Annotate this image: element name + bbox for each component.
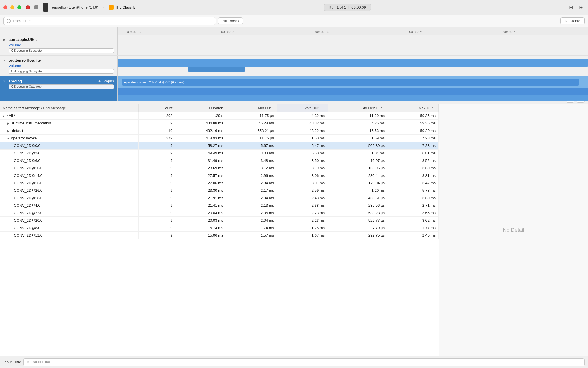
row-min-dur: 1.57 ms: [226, 232, 277, 239]
row-duration: 27.57 ms: [175, 172, 226, 179]
row-std-dev: 1.69 ms: [328, 135, 388, 142]
cursor-line-tf: [264, 56, 264, 76]
table-row[interactable]: CONV_2D@8/0 9 15.74 ms 1.74 ms 1.75 ms 7…: [0, 224, 439, 232]
col-header-min-dur[interactable]: Min Dur...: [226, 104, 277, 112]
row-max-dur: 2.71 ms: [388, 202, 439, 209]
col-header-std-dev[interactable]: Std Dev Dur...: [328, 104, 388, 112]
row-avg-dur: 2.38 ms: [277, 202, 328, 209]
intervals-table-area[interactable]: Name / Start Message / End Message Count…: [0, 104, 439, 356]
track-tensorflow-expand[interactable]: ▾: [3, 59, 7, 62]
row-std-dev: 463.61 µs: [328, 194, 388, 202]
row-std-dev: 292.75 µs: [328, 232, 388, 239]
row-count: 9: [138, 172, 175, 179]
record-button[interactable]: [26, 5, 30, 9]
table-row[interactable]: ▶ default 10 432.16 ms 558.21 µs 43.22 m…: [0, 127, 439, 135]
track-tracing-expand[interactable]: ▾: [3, 79, 7, 83]
device-name: Tensorflow Lite iPhone (14.6): [50, 5, 98, 9]
close-button[interactable]: [3, 5, 7, 9]
track-tensorflow-volume: Volume: [9, 64, 114, 68]
layout-button[interactable]: ⊟: [568, 3, 575, 12]
row-min-dur: 3.12 ms: [226, 164, 277, 172]
table-row[interactable]: CONV_2D@12/0 9 15.06 ms 1.57 ms 1.67 ms …: [0, 232, 439, 239]
row-count: 9: [138, 179, 175, 187]
row-name: CONV_2D@0/0: [14, 143, 40, 148]
track-filter-input[interactable]: Track Filter: [3, 17, 216, 25]
track-uikit-expand[interactable]: ▶: [3, 38, 7, 41]
row-max-dur: 59.20 ms: [388, 127, 439, 135]
row-std-dev: 533.28 µs: [328, 209, 388, 217]
table-row[interactable]: CONV_2D@2/0 9 49.49 ms 3.03 ms 5.50 ms 1…: [0, 150, 439, 157]
col-header-avg-dur[interactable]: Avg Dur... ▾: [277, 104, 328, 112]
titlebar: Tensorflow Lite iPhone (14.6) › TFL Clas…: [0, 0, 588, 15]
row-duration: 27.06 ms: [175, 179, 226, 187]
row-avg-dur: 1.75 ms: [277, 224, 328, 232]
row-name: CONV_2D@18/0: [14, 196, 42, 200]
row-name: CONV_2D@4/0: [14, 203, 40, 208]
row-min-dur: 3.03 ms: [226, 150, 277, 157]
row-std-dev: 4.25 ms: [328, 120, 388, 127]
row-avg-dur: 6.47 ms: [277, 142, 328, 150]
row-max-dur: 1.77 ms: [388, 224, 439, 232]
row-min-dur: 2.17 ms: [226, 187, 277, 194]
maximize-button[interactable]: [17, 5, 21, 9]
row-expand-icon[interactable]: ▶: [7, 122, 10, 125]
table-row[interactable]: CONV_2D@18/0 9 21.91 ms 2.04 ms 2.43 ms …: [0, 194, 439, 202]
row-avg-dur: 43.22 ms: [277, 127, 328, 135]
col-header-name[interactable]: Name / Start Message / End Message: [0, 104, 138, 112]
row-duration: 21.41 ms: [175, 202, 226, 209]
table-row[interactable]: CONV_2D@16/0 9 27.06 ms 2.84 ms 3.01 ms …: [0, 179, 439, 187]
table-row[interactable]: CONV_2D@4/0 9 21.41 ms 2.13 ms 2.38 ms 2…: [0, 202, 439, 209]
row-duration: 20.04 ms: [175, 209, 226, 217]
row-avg-dur: 3.06 ms: [277, 172, 328, 179]
col-header-count[interactable]: Count: [138, 104, 175, 112]
row-max-dur: 3.65 ms: [388, 209, 439, 217]
table-row[interactable]: CONV_2D@20/0 9 20.03 ms 2.04 ms 2.23 ms …: [0, 217, 439, 224]
table-row[interactable]: CONV_2D@22/0 9 20.04 ms 2.05 ms 2.23 ms …: [0, 209, 439, 217]
no-detail-label: No Detail: [503, 227, 524, 233]
ruler-tick-4: 00:08.140: [409, 30, 423, 34]
row-min-dur: 2.13 ms: [226, 202, 277, 209]
table-row[interactable]: CONV_2D@26/0 9 23.30 ms 2.17 ms 2.59 ms …: [0, 187, 439, 194]
row-std-dev: 280.44 µs: [328, 172, 388, 179]
row-name: CONV_2D@10/0: [14, 166, 42, 170]
row-std-dev: 155.96 µs: [328, 164, 388, 172]
table-row[interactable]: ▾ operator invoke 279 418.93 ms 11.75 µs…: [0, 135, 439, 142]
row-expand-icon[interactable]: ▾: [7, 137, 9, 140]
device-icon: [43, 3, 48, 12]
row-name: CONV_2D@26/0: [14, 188, 42, 193]
row-name: default: [12, 129, 23, 133]
row-avg-dur: 5.50 ms: [277, 150, 328, 157]
panels-button[interactable]: ⊞: [578, 3, 585, 12]
row-min-dur: 2.84 ms: [226, 179, 277, 187]
minimize-button[interactable]: [10, 5, 14, 9]
tf-block-small: [188, 67, 245, 72]
row-duration: 21.91 ms: [175, 194, 226, 202]
duplicate-button[interactable]: Duplicate: [560, 17, 585, 24]
content-area: Name / Start Message / End Message Count…: [0, 104, 588, 356]
table-row[interactable]: ▾ * All * 298 1.29 s 11.75 µs 4.32 ms 11…: [0, 112, 439, 120]
row-max-dur: 7.23 ms: [388, 135, 439, 142]
row-expand-icon[interactable]: ▶: [7, 129, 10, 133]
device-info: Tensorflow Lite iPhone (14.6): [43, 3, 98, 12]
col-header-max-dur[interactable]: Max Dur...: [388, 104, 439, 112]
main-content: Name / Start Message / End Message Count…: [0, 104, 588, 368]
table-row[interactable]: CONV_2D@14/0 9 27.57 ms 2.96 ms 3.06 ms …: [0, 172, 439, 179]
row-std-dev: 522.77 µs: [328, 217, 388, 224]
track-tracing-name: Tracing: [9, 79, 22, 83]
ruler-sidebar-spacer: [0, 27, 118, 35]
row-duration: 434.88 ms: [175, 120, 226, 127]
table-row[interactable]: ▶ runtime instrumentation 9 434.88 ms 45…: [0, 120, 439, 127]
row-avg-dur: 2.23 ms: [277, 217, 328, 224]
all-tracks-button[interactable]: All Tracks: [218, 17, 243, 24]
add-button[interactable]: +: [559, 3, 564, 12]
table-row[interactable]: CONV_2D@10/0 9 28.69 ms 3.12 ms 3.19 ms …: [0, 164, 439, 172]
table-row[interactable]: CONV_2D@6/0 9 31.49 ms 3.48 ms 3.50 ms 1…: [0, 157, 439, 164]
track-tensorflow-content: [118, 56, 588, 76]
row-expand-icon[interactable]: ▾: [3, 114, 4, 118]
table-row[interactable]: CONV_2D@0/0 9 58.27 ms 5.67 ms 6.47 ms 5…: [0, 142, 439, 150]
pause-button[interactable]: [34, 5, 38, 9]
col-header-duration[interactable]: Duration: [175, 104, 226, 112]
row-count: 9: [138, 232, 175, 239]
detail-filter-input[interactable]: ⊜ Detail Filter: [23, 358, 585, 366]
track-filter-placeholder: Track Filter: [12, 19, 31, 23]
